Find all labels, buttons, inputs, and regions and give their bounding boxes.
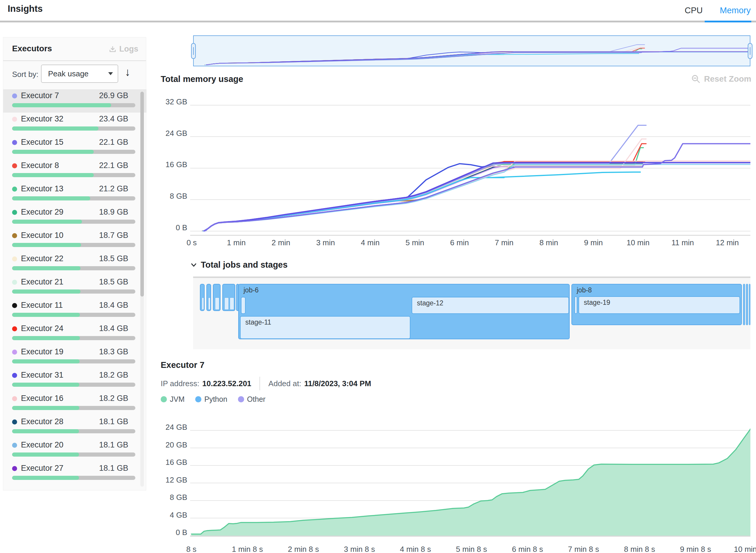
executor-row[interactable]: Executor 2018.1 GB <box>3 439 147 462</box>
job-label: job-6 <box>243 286 258 294</box>
brush-handle-left[interactable] <box>191 43 196 59</box>
executor-name: Executor 10 <box>21 231 63 240</box>
ip-address-value: 10.223.52.201 <box>202 379 251 388</box>
chevron-down-icon <box>190 261 197 268</box>
stage-block[interactable]: stage-11 <box>240 316 410 339</box>
executor-detail-title: Executor 7 <box>161 360 204 370</box>
page-title: Insights <box>8 4 43 14</box>
memory-series-line <box>204 162 645 231</box>
job-block-small[interactable] <box>200 284 205 311</box>
divider <box>259 377 260 390</box>
executor-row[interactable]: Executor 1618.2 GB <box>3 392 147 415</box>
executor-name: Executor 20 <box>21 441 63 450</box>
job-block-small[interactable] <box>222 284 235 311</box>
legend-item: Python <box>195 395 227 404</box>
stage-block[interactable] <box>241 297 246 314</box>
job-block-small[interactable] <box>213 284 221 311</box>
sort-select[interactable]: Peak usage <box>41 65 118 83</box>
memory-series-line <box>204 163 750 231</box>
executor-color-dot <box>12 186 17 191</box>
legend-label: Other <box>247 395 266 404</box>
executor-name: Executor 7 <box>21 91 59 100</box>
x-tick-label: 11 min <box>659 238 706 247</box>
sort-direction-button[interactable]: ↓ <box>125 66 130 78</box>
sort-by-label: Sort by: <box>12 70 39 79</box>
executor-color-dot <box>12 117 17 122</box>
legend-label: JVM <box>170 395 184 404</box>
executor-usage-bar <box>12 243 135 247</box>
executor-row[interactable]: Executor 2218.5 GB <box>3 252 147 275</box>
zoom-brush-overview[interactable] <box>193 35 750 66</box>
executor-row[interactable]: Executor 2118.5 GB <box>3 275 147 299</box>
executor-peak-value: 22.1 GB <box>99 138 128 147</box>
scrollbar-thumb[interactable] <box>140 92 144 297</box>
executor-usage-bar-fill <box>12 429 79 433</box>
memory-series-line <box>204 163 642 231</box>
reset-zoom-label: Reset Zoom <box>704 74 751 84</box>
executor-name: Executor 8 <box>21 161 59 170</box>
executor-row[interactable]: Executor 3118.2 GB <box>3 369 147 392</box>
stage-block-small <box>208 298 211 310</box>
y-tick-label: 24 GB <box>158 129 187 138</box>
x-tick-label: 1 min 8 s <box>224 545 271 553</box>
executor-usage-bar <box>12 406 135 410</box>
brush-handle-right[interactable] <box>748 43 752 59</box>
job-block[interactable]: job-8stage-19 <box>572 284 742 325</box>
x-tick-label: 2 min 8 s <box>280 545 327 553</box>
reset-zoom-button[interactable]: Reset Zoom <box>691 74 751 84</box>
executor-usage-bar-fill <box>12 243 81 247</box>
stage-block[interactable]: stage-12 <box>411 297 569 314</box>
stage-block[interactable]: stage-19 <box>579 296 740 314</box>
executor-peak-value: 18.3 GB <box>99 347 128 357</box>
x-tick-label: 6 min 8 s <box>504 545 551 553</box>
memory-series-line <box>203 163 642 231</box>
tab-cpu[interactable]: CPU <box>685 6 703 15</box>
divider <box>3 61 146 61</box>
stage-block-small <box>230 298 234 310</box>
executor-row[interactable]: Executor 1522.1 GB <box>3 136 147 159</box>
stage-block-small <box>215 298 219 310</box>
logs-button-label: Logs <box>120 45 139 54</box>
x-tick-label: 0 s <box>168 238 215 247</box>
active-tab-underline <box>705 21 751 22</box>
executor-row[interactable]: Executor 726.9 GB <box>3 89 147 112</box>
executor-row[interactable]: Executor 1018.7 GB <box>3 229 147 252</box>
x-tick-label: 8 min 8 s <box>616 545 663 553</box>
executor-row[interactable]: Executor 2918.9 GB <box>3 206 147 229</box>
y-tick-label: 4 GB <box>158 510 187 520</box>
executor-usage-bar <box>12 150 135 154</box>
executor-row[interactable]: Executor 2418.4 GB <box>3 322 147 345</box>
executor-color-dot <box>12 93 17 98</box>
executor-name: Executor 15 <box>21 138 63 147</box>
x-tick-label: 3 min <box>302 238 349 247</box>
memory-line-chart <box>190 99 750 239</box>
executor-name: Executor 13 <box>21 184 63 193</box>
executor-row[interactable]: Executor 822.1 GB <box>3 159 147 182</box>
executor-peak-value: 18.1 GB <box>99 441 128 450</box>
stage-label: stage-12 <box>417 299 444 307</box>
logs-button[interactable]: Logs <box>109 45 139 54</box>
memory-chart-plot[interactable] <box>190 99 750 239</box>
memory-type-legend: JVMPythonOther <box>161 395 266 404</box>
x-tick-label: 2 min <box>257 238 305 247</box>
executor-row[interactable]: Executor 2718.1 GB <box>3 462 147 485</box>
executor-row[interactable]: Executor 3223.4 GB <box>3 112 147 136</box>
tab-memory[interactable]: Memory <box>720 6 751 15</box>
y-tick-label: 16 GB <box>158 458 187 467</box>
executor-row[interactable]: Executor 1118.4 GB <box>3 299 147 322</box>
stage-label: stage-19 <box>584 299 610 307</box>
y-tick-label: 0 B <box>158 528 187 537</box>
executor-peak-value: 22.1 GB <box>99 161 128 170</box>
stage-block[interactable] <box>575 296 577 314</box>
memory-chart-x-axis: 0 s1 min2 min3 min4 min5 min6 min7 min8 … <box>190 238 756 249</box>
memory-chart-title: Total memory usage <box>161 74 243 84</box>
job-block[interactable]: job-6stage-11stage-12 <box>238 284 570 339</box>
executor-row[interactable]: Executor 1321.2 GB <box>3 182 147 206</box>
executor-chart-plot[interactable] <box>190 426 750 545</box>
job-block-small[interactable] <box>206 284 211 311</box>
executor-color-dot <box>12 326 17 331</box>
jobs-section-toggle[interactable]: Total jobs and stages <box>190 260 288 270</box>
executor-color-dot <box>12 373 17 378</box>
executor-row[interactable]: Executor 2818.1 GB <box>3 415 147 439</box>
executor-row[interactable]: Executor 1918.3 GB <box>3 345 147 369</box>
